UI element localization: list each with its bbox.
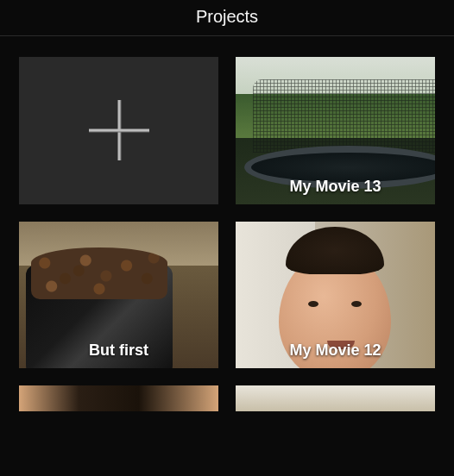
project-tile[interactable]: My Movie 12 <box>236 222 435 369</box>
project-tile[interactable]: But first <box>19 222 218 369</box>
new-project-button[interactable] <box>19 57 218 204</box>
page-title: Projects <box>0 7 454 27</box>
project-tile[interactable]: My Movie 13 <box>236 57 435 204</box>
project-tile[interactable] <box>236 385 435 411</box>
plus-icon <box>89 100 149 160</box>
project-title: My Movie 13 <box>236 178 435 196</box>
project-title: But first <box>19 341 218 360</box>
project-title: My Movie 12 <box>236 341 435 360</box>
header: Projects <box>0 0 454 36</box>
projects-grid: My Movie 13 But first My Movie 12 <box>0 36 454 411</box>
project-thumbnail <box>236 385 435 411</box>
project-thumbnail <box>19 385 218 411</box>
project-tile[interactable] <box>19 385 218 411</box>
